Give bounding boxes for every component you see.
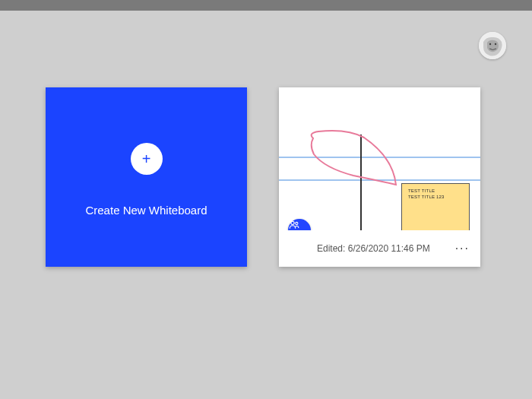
whiteboard-card[interactable]: TEST TITLE TEST TITLE 123 Edited: 6/26/2… (279, 87, 480, 267)
sticky-note: TEST TITLE TEST TITLE 123 (401, 183, 470, 230)
whiteboard-gallery: + Create New Whiteboard TEST TITLE TEST … (46, 87, 502, 267)
whiteboard-footer: Edited: 6/26/2020 11:46 PM ··· (279, 230, 480, 267)
whiteboard-thumbnail: TEST TITLE TEST TITLE 123 (279, 87, 480, 230)
create-whiteboard-label: Create New Whiteboard (85, 204, 207, 232)
svg-point-7 (296, 222, 298, 224)
window-topbar (0, 0, 532, 11)
svg-point-1 (489, 43, 491, 45)
avatar-image (479, 32, 506, 59)
create-whiteboard-card[interactable]: + Create New Whiteboard (46, 87, 247, 267)
user-avatar[interactable] (479, 32, 506, 59)
edited-label: Edited: 6/26/2020 11:46 PM (317, 243, 430, 254)
card-menu-button[interactable]: ··· (454, 239, 471, 258)
svg-point-2 (495, 43, 496, 45)
edited-prefix: Edited: (317, 243, 345, 254)
svg-point-6 (291, 221, 294, 224)
plus-glyph: + (142, 151, 151, 166)
sticky-line-1: TEST TITLE (408, 188, 463, 195)
plus-icon: + (131, 143, 163, 175)
edited-timestamp: 6/26/2020 11:46 PM (348, 243, 430, 254)
sticky-line-2: TEST TITLE 123 (408, 195, 463, 201)
invite-icon (288, 219, 300, 230)
